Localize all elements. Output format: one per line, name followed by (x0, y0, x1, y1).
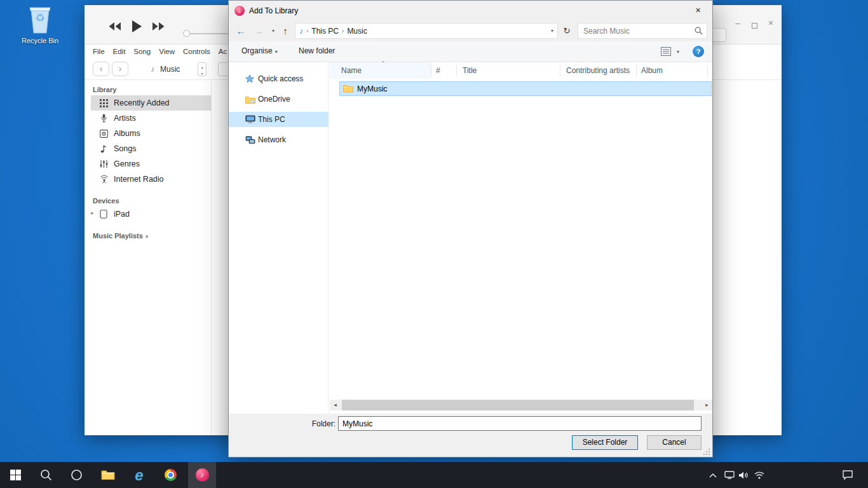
view-switcher-button[interactable]: ▾ (661, 47, 679, 56)
help-button[interactable]: ? (693, 46, 704, 57)
monitor-icon (245, 115, 258, 124)
start-button[interactable] (1, 462, 29, 488)
media-kind-selector[interactable]: Music (160, 65, 180, 74)
fast-forward-button[interactable] (153, 22, 165, 30)
volume-slider-knob[interactable] (183, 30, 190, 37)
search-input[interactable] (578, 24, 707, 38)
chevron-down-icon: ▾ (677, 49, 679, 55)
breadcrumb-this-pc[interactable]: This PC (311, 27, 339, 36)
scroll-right-icon[interactable]: ▸ (702, 400, 712, 410)
menu-controls[interactable]: Controls (183, 48, 210, 55)
search-icon[interactable] (695, 27, 703, 35)
column-header-name[interactable]: Name (341, 66, 362, 75)
close-icon[interactable]: × (764, 18, 777, 28)
resize-grip[interactable] (703, 448, 710, 456)
menu-song[interactable]: Song (133, 48, 151, 55)
nav-item-label: OneDrive (258, 95, 290, 104)
menu-edit[interactable]: Edit (113, 48, 126, 55)
nav-item-network[interactable]: Network (229, 132, 329, 147)
close-icon[interactable]: × (684, 1, 712, 20)
sidebar-item-label: Internet Radio (114, 175, 164, 184)
folder-name-input[interactable] (338, 416, 702, 431)
new-folder-button[interactable]: New folder (299, 46, 335, 55)
music-playlists-heading[interactable]: Music Playlists▾ (93, 232, 211, 240)
devices-heading: Devices (93, 197, 211, 205)
back-button[interactable]: ← (234, 24, 248, 38)
scrollbar-thumb[interactable] (342, 400, 694, 410)
address-dropdown-icon[interactable]: ▾ (551, 28, 553, 34)
nav-item-label: Quick access (258, 74, 303, 83)
sliders-icon (100, 159, 114, 168)
windows-logo-icon (10, 470, 21, 480)
sort-ascending-icon: ˆ (382, 60, 384, 68)
media-kind-stepper[interactable]: ▴ ▾ (198, 62, 207, 76)
broadcast-icon (100, 175, 114, 184)
recycle-bin-icon: ♻ (26, 4, 54, 34)
sidebar-item-songs[interactable]: Songs (91, 141, 211, 156)
up-button[interactable]: ↑ (278, 24, 292, 38)
menu-view[interactable]: View (159, 48, 175, 55)
recycle-symbol-icon: ♻ (26, 11, 54, 25)
rewind-button[interactable] (109, 22, 121, 30)
minimize-icon[interactable]: – (731, 18, 744, 28)
breadcrumb-separator-icon: › (342, 27, 344, 34)
column-header-title[interactable]: Title (463, 66, 477, 75)
forward-button[interactable]: → (252, 24, 266, 38)
dialog-navbar: ← → ▾ ↑ ♪ › This PC › Music ▾ ↻ (229, 20, 712, 41)
select-folder-button[interactable]: Select Folder (572, 435, 638, 450)
breadcrumb-music[interactable]: Music (347, 27, 367, 36)
tray-display-icon[interactable] (722, 462, 737, 488)
nav-item-quick-access[interactable]: Quick access (229, 71, 329, 86)
star-icon (245, 74, 258, 83)
microphone-icon (100, 114, 114, 123)
nav-item-onedrive[interactable]: OneDrive (229, 92, 329, 107)
internet-explorer-button[interactable]: e (125, 462, 153, 488)
sidebar-item-internet-radio[interactable]: Internet Radio (91, 172, 211, 187)
maximize-icon[interactable] (748, 20, 761, 30)
folder-icon (343, 85, 353, 93)
address-bar[interactable]: ♪ › This PC › Music ▾ (295, 23, 558, 39)
horizontal-scrollbar[interactable]: ◂ ▸ (330, 400, 712, 410)
forward-button[interactable]: › (112, 62, 128, 76)
volume-slider[interactable] (186, 33, 230, 34)
sidebar-item-artists[interactable]: Artists (91, 111, 211, 126)
itunes-taskbar-button[interactable]: ♪ (188, 462, 216, 488)
sidebar-item-label: Songs (114, 144, 136, 153)
play-button[interactable] (132, 20, 142, 32)
sidebar-item-genres[interactable]: Genres (91, 156, 211, 172)
add-to-library-dialog: ♪ Add To Library × ← → ▾ ↑ ♪ › This PC ›… (228, 0, 713, 458)
taskbar-search-button[interactable] (32, 462, 60, 488)
dialog-title: Add To Library (249, 6, 298, 15)
itunes-icon: ♪ (196, 468, 209, 482)
dialog-titlebar[interactable]: ♪ Add To Library × (229, 1, 712, 20)
column-header-album[interactable]: Album (641, 66, 663, 75)
sidebar-item-recently-added[interactable]: Recently Added (91, 95, 211, 111)
menu-account[interactable]: Ac (219, 48, 227, 55)
folder-field-label: Folder: (297, 419, 336, 428)
file-row-mymusic[interactable]: MyMusic (339, 81, 712, 96)
organise-button[interactable]: Organise▾ (241, 46, 278, 55)
recycle-bin[interactable]: ♻ Recycle Bin (17, 4, 64, 44)
expander-icon[interactable]: ▸ (91, 210, 94, 216)
back-button[interactable]: ‹ (93, 62, 109, 76)
sidebar-item-ipad[interactable]: ▸ iPad (91, 207, 211, 222)
tray-volume-icon[interactable] (736, 462, 751, 488)
navigation-pane: Quick access OneDrive This PC Network (229, 62, 329, 414)
chrome-button[interactable] (156, 462, 184, 488)
column-header-number[interactable]: # (436, 66, 440, 75)
tray-network-icon[interactable] (752, 462, 767, 488)
cancel-button[interactable]: Cancel (647, 435, 702, 450)
column-header-contributing-artists[interactable]: Contributing artists (566, 66, 630, 75)
menu-file[interactable]: File (93, 48, 105, 55)
tray-expand-button[interactable] (705, 462, 721, 488)
dialog-main-area: Quick access OneDrive This PC Network (229, 62, 712, 414)
cortana-button[interactable] (62, 462, 90, 488)
action-center-button[interactable] (840, 462, 855, 488)
nav-item-this-pc[interactable]: This PC (229, 112, 329, 127)
file-explorer-button[interactable] (94, 462, 122, 488)
refresh-icon[interactable]: ↻ (560, 24, 574, 38)
sidebar-item-albums[interactable]: Albums (91, 126, 211, 141)
scroll-left-icon[interactable]: ◂ (330, 400, 341, 410)
chevron-down-icon: ▾ (275, 49, 278, 55)
search-box[interactable] (578, 23, 707, 39)
